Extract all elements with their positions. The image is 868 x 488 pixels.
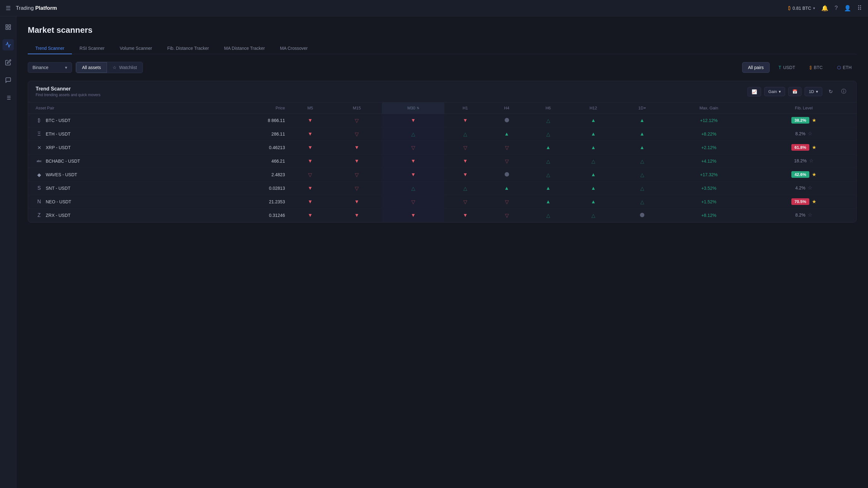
sidebar-item-edit[interactable] (2, 57, 14, 68)
timeframe-dropdown[interactable]: 1D ▾ (805, 87, 822, 96)
menu-icon[interactable]: ☰ (6, 5, 11, 12)
info-button[interactable]: ⓘ (839, 87, 849, 97)
asset-name: ZRX - USDT (46, 213, 71, 218)
price-cell: 466.21 (209, 155, 288, 168)
cell-h6: ▲ (527, 182, 569, 195)
user-icon[interactable]: 👤 (844, 5, 851, 12)
1d-sort-icon: ▾ (644, 106, 646, 110)
usdt-pair-button[interactable]: T USDT (773, 62, 800, 72)
tab-ma-distance[interactable]: MA Distance Tracker (216, 42, 272, 54)
cell-h6: ▲ (527, 195, 569, 209)
cell-m30: ▼ (382, 168, 444, 182)
asset-icon: ◆ (36, 171, 42, 178)
cell-1d: △ (618, 168, 666, 182)
cell-m15: ▽ (332, 114, 382, 127)
asset-name: BCHABC - USDT (46, 159, 80, 164)
cell-h6: ▲ (527, 141, 569, 155)
cell-h4: ▽ (486, 155, 527, 168)
col-m30[interactable]: M30 ⇅ (382, 102, 444, 114)
nav-left: ☰ Trading Platform (6, 5, 57, 12)
asset-icon: Ξ (36, 131, 42, 137)
star-outline-icon[interactable]: ☆ (808, 212, 812, 218)
star-outline-icon[interactable]: ☆ (808, 131, 812, 136)
help-icon[interactable]: ? (835, 5, 838, 11)
fib-cell: 8.2% ☆ (751, 209, 856, 221)
refresh-button[interactable]: ↻ (826, 87, 836, 97)
asset-pair-cell[interactable]: ₿ BTC - USDT (28, 114, 209, 127)
usdt-icon: T (778, 65, 781, 70)
tab-fib-distance[interactable]: Fib. Distance Tracker (160, 42, 216, 54)
col-1d[interactable]: 1D ▾ (618, 102, 666, 114)
cell-m5: ▼ (288, 209, 332, 222)
exchange-dropdown[interactable]: Binance ▾ (28, 62, 72, 73)
col-fib-level: Fib. Level (751, 102, 856, 114)
table-row: N NEO - USDT 21.2353 ▼ ▼ ▽ ▽ ▽ ▲ ▲ △ +1.… (28, 195, 856, 209)
chevron-down-icon: ▾ (65, 65, 67, 70)
tab-rsi-scanner[interactable]: RSI Scanner (72, 42, 112, 54)
bitcoin-icon: ₿ (788, 5, 791, 11)
filter-bar: Binance ▾ All assets ☆ Watchlist All pai… (28, 62, 857, 73)
fib-cell: 42.6% ★ (751, 168, 856, 181)
sidebar-item-list[interactable] (2, 92, 14, 103)
watchlist-button[interactable]: ☆ Watchlist (107, 62, 143, 73)
panel-header: Trend Scanner Find trending assets and q… (28, 81, 856, 102)
eth-coin-icon: ⬡ (837, 65, 841, 70)
notification-icon[interactable]: 🔔 (821, 5, 828, 12)
asset-pair-cell[interactable]: ✕ XRP - USDT (28, 141, 209, 155)
cell-m30: △ (382, 182, 444, 195)
col-price: Price (209, 102, 288, 114)
asset-name: ETH - USDT (46, 131, 71, 136)
cell-m5: ▼ (288, 127, 332, 141)
m30-sort-icon: ⇅ (417, 106, 419, 110)
asset-pair-cell[interactable]: S SNT - USDT (28, 182, 209, 195)
table-row: Z ZRX - USDT 0.31246 ▼ ▼ ▼ ▼ ▽ △ △ +8.12… (28, 209, 856, 222)
tab-trend-scanner[interactable]: Trend Scanner (28, 42, 72, 54)
asset-pair-cell[interactable]: Z ZRX - USDT (28, 209, 209, 222)
gain-cell: +17.32% (666, 168, 751, 182)
gain-cell: +12.12% (666, 114, 751, 127)
asset-pair-cell[interactable]: abc BCHABC - USDT (28, 155, 209, 168)
btc-pair-button[interactable]: ₿ BTC (805, 62, 828, 72)
star-filled-icon[interactable]: ★ (812, 144, 816, 150)
asset-pair-cell[interactable]: N NEO - USDT (28, 195, 209, 209)
cell-h6: △ (527, 114, 569, 127)
price-cell: 2.4823 (209, 168, 288, 182)
cell-h4: ▽ (486, 209, 527, 222)
star-filled-icon[interactable]: ★ (812, 117, 816, 123)
all-pairs-button[interactable]: All pairs (742, 62, 770, 73)
all-assets-button[interactable]: All assets (76, 62, 107, 73)
star-outline-icon[interactable]: ☆ (809, 158, 813, 164)
cell-m15: ▽ (332, 182, 382, 195)
date-picker-button[interactable]: 📅 (788, 87, 801, 96)
m30-label: M30 (407, 106, 415, 110)
star-outline-icon[interactable]: ☆ (808, 185, 812, 191)
chart-type-button[interactable]: 📈 (747, 87, 761, 96)
sidebar-item-chart[interactable] (2, 39, 14, 51)
star-filled-icon[interactable]: ★ (812, 171, 816, 177)
cell-m30: △ (382, 127, 444, 141)
star-filled-icon[interactable]: ★ (812, 199, 816, 204)
page-title: Market scanners (28, 25, 857, 35)
balance-amount: 0.81 BTC (793, 6, 811, 11)
asset-icon: N (36, 198, 42, 205)
tab-ma-crossover[interactable]: MA Crossover (273, 42, 315, 54)
balance-chevron[interactable]: ▾ (813, 6, 815, 10)
price-cell: 21.2353 (209, 195, 288, 209)
col-asset-pair[interactable]: Asset Pair (28, 102, 209, 114)
asset-pair-cell[interactable]: Ξ ETH - USDT (28, 127, 209, 141)
col-m5: M5 (288, 102, 332, 114)
apps-icon[interactable]: ⠿ (857, 4, 862, 12)
scanner-table: Asset Pair Price M5 M15 M30 ⇅ H1 H4 H6 (28, 102, 856, 222)
main-content: Market scanners Trend Scanner RSI Scanne… (17, 17, 868, 488)
gain-cell: +3.52% (666, 182, 751, 195)
sidebar-item-chat[interactable] (2, 74, 14, 86)
gain-dropdown[interactable]: Gain ▾ (764, 87, 785, 96)
sidebar-item-dashboard[interactable] (2, 22, 14, 33)
table-row: ◆ WAVES - USDT 2.4823 ▽ ▽ ▼ ▼ △ ▲ △ +17.… (28, 168, 856, 182)
gain-cell: +8.22% (666, 127, 751, 141)
asset-pair-cell[interactable]: ◆ WAVES - USDT (28, 168, 209, 182)
cell-m5: ▼ (288, 155, 332, 168)
col-h6: H6 (527, 102, 569, 114)
eth-pair-button[interactable]: ⬡ ETH (832, 62, 857, 72)
tab-volume-scanner[interactable]: Volume Scanner (112, 42, 160, 54)
